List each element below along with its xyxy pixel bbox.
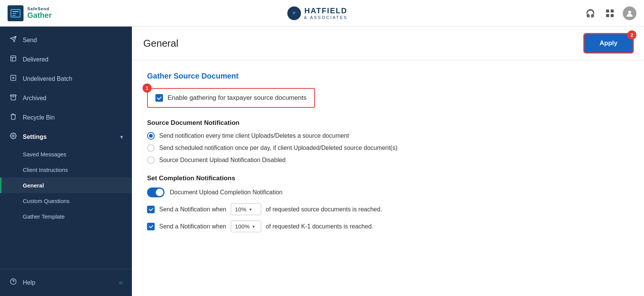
radio-1-circle	[147, 132, 155, 140]
notif-2-post: of requested K-1 documents is reached.	[266, 223, 373, 230]
general-label: General	[23, 182, 44, 189]
help-icon	[9, 278, 17, 287]
help-chevron-left-icon: «	[119, 279, 123, 287]
notif-1-select[interactable]: 10% ▾	[231, 203, 261, 215]
svg-rect-10	[11, 56, 16, 61]
svg-rect-5	[606, 9, 609, 13]
apply-button-wrapper: 2 Apply	[584, 34, 633, 52]
logo-text: SafeSend Gather	[27, 6, 52, 20]
undelivered-icon	[9, 74, 17, 83]
notif-1-post: of requested source documents is reached…	[266, 206, 382, 213]
notif-1-arrow-icon: ▾	[249, 207, 252, 212]
main: General 2 Apply Gather Source Document 1…	[132, 27, 644, 296]
notif-1-pre: Send a Notification when	[159, 206, 226, 213]
apply-button[interactable]: Apply	[584, 34, 633, 52]
client-instructions-label: Client Instructions	[23, 167, 68, 173]
radio-2-label: Send scheduled notification once per day…	[159, 145, 398, 151]
badge-1: 1	[143, 83, 152, 93]
notification-row-1: Send a Notification when 10% ▾ of reques…	[147, 203, 629, 215]
completion-notifications-section: Set Completion Notifications Document Up…	[147, 175, 629, 232]
brand-name-sub: & ASSOCIATES	[304, 15, 348, 20]
sidebar-delivered-label: Delivered	[23, 56, 123, 63]
notif-2-select[interactable]: 100% ▾	[231, 220, 261, 232]
layout: Send Delivered Undelivered Batch Archive…	[0, 27, 644, 296]
toggle-label: Document Upload Completion Notification	[170, 189, 282, 196]
sidebar-recycle-label: Recycle Bin	[23, 114, 123, 121]
radio-3-circle	[147, 156, 155, 164]
saved-messages-label: Saved Messages	[23, 151, 66, 157]
gather-source-section: Gather Source Document 1 Enable gatherin…	[147, 72, 629, 108]
sidebar-item-delivered[interactable]: Delivered	[0, 50, 132, 69]
page-title: General	[143, 38, 179, 49]
notif-2-value: 100%	[235, 223, 249, 230]
logo-icon	[8, 5, 24, 21]
sidebar-item-archived[interactable]: Archived	[0, 88, 132, 108]
radio-2-circle	[147, 144, 155, 152]
svg-rect-8	[611, 14, 614, 17]
notif-2-arrow-icon: ▾	[252, 224, 255, 229]
radio-option-3[interactable]: Source Document Upload Notification Disa…	[147, 156, 629, 164]
logo: SafeSend Gather	[8, 5, 52, 21]
sidebar-item-saved-messages[interactable]: Saved Messages	[0, 146, 132, 162]
upload-completion-toggle[interactable]	[147, 187, 165, 197]
brand-name: HATFIELD & ASSOCIATES	[304, 6, 348, 20]
svg-rect-12	[11, 95, 16, 96]
sidebar-help-label: Help	[23, 279, 114, 286]
svg-point-13	[13, 135, 14, 137]
radio-1-label: Send notification every time client Uplo…	[159, 132, 349, 139]
source-notification-section: Source Document Notification Send notifi…	[147, 119, 629, 164]
notif-2-pre: Send a Notification when	[159, 223, 226, 230]
app-header: SafeSend Gather HATFIELD & ASSOCIATES 🎧	[0, 0, 644, 27]
sidebar-settings-label: Settings	[23, 134, 115, 140]
toggle-row: Document Upload Completion Notification	[147, 187, 629, 197]
radio-option-2[interactable]: Send scheduled notification once per day…	[147, 144, 629, 152]
notification-row-2: Send a Notification when 100% ▾ of reque…	[147, 220, 629, 232]
sidebar-nav: Send Delivered Undelivered Batch Archive…	[0, 27, 132, 269]
notif-checkbox-2[interactable]	[147, 223, 155, 230]
toggle-knob	[156, 189, 163, 196]
sidebar-bottom: Help «	[0, 269, 132, 296]
sidebar-item-gather-template[interactable]: Gather Template	[0, 209, 132, 224]
svg-rect-1	[13, 11, 19, 12]
enable-gathering-checkbox[interactable]	[155, 94, 163, 102]
sidebar-item-help[interactable]: Help «	[0, 273, 132, 292]
settings-chevron-icon: ▾	[120, 134, 123, 140]
notif-1-value: 10%	[235, 206, 246, 213]
sidebar-item-settings[interactable]: Settings ▾	[0, 127, 132, 146]
sidebar: Send Delivered Undelivered Batch Archive…	[0, 27, 132, 296]
headphone-icon[interactable]: 🎧	[583, 6, 597, 20]
svg-rect-7	[606, 14, 609, 17]
main-content: Gather Source Document 1 Enable gatherin…	[132, 60, 644, 296]
sidebar-item-custom-questions[interactable]: Custom Questions	[0, 193, 132, 209]
main-header: General 2 Apply	[132, 27, 644, 60]
delivered-icon	[9, 55, 17, 64]
svg-rect-3	[13, 15, 16, 16]
svg-point-9	[628, 11, 631, 14]
apply-badge: 2	[627, 30, 636, 39]
user-avatar[interactable]	[623, 6, 636, 20]
send-icon	[9, 36, 17, 44]
sidebar-undelivered-label: Undelivered Batch	[23, 76, 123, 82]
sidebar-item-client-instructions[interactable]: Client Instructions	[0, 162, 132, 178]
sidebar-item-send[interactable]: Send	[0, 30, 132, 50]
completion-heading: Set Completion Notifications	[147, 175, 629, 182]
enable-gathering-label: Enable gathering for taxpayer source doc…	[168, 94, 307, 102]
logo-safesend: SafeSend	[27, 6, 52, 11]
svg-rect-2	[13, 13, 16, 14]
recycle-icon	[9, 113, 17, 122]
gather-template-label: Gather Template	[23, 213, 65, 220]
notif-checkbox-1[interactable]	[147, 206, 155, 213]
radio-option-1[interactable]: Send notification every time client Uplo…	[147, 132, 629, 140]
sidebar-item-general[interactable]: General	[0, 178, 132, 193]
enable-gathering-row: 1 Enable gathering for taxpayer source d…	[147, 88, 315, 108]
header-actions: 🎧	[583, 6, 636, 20]
radio-3-label: Source Document Upload Notification Disa…	[159, 157, 286, 164]
gather-source-heading: Gather Source Document	[147, 72, 629, 80]
brand-icon	[287, 6, 301, 20]
sidebar-item-undelivered[interactable]: Undelivered Batch	[0, 69, 132, 88]
sidebar-item-recycle[interactable]: Recycle Bin	[0, 108, 132, 127]
custom-questions-label: Custom Questions	[23, 198, 69, 204]
settings-icon	[9, 132, 17, 141]
apps-icon[interactable]	[603, 6, 617, 20]
sidebar-sub: Saved Messages Client Instructions Gener…	[0, 146, 132, 224]
